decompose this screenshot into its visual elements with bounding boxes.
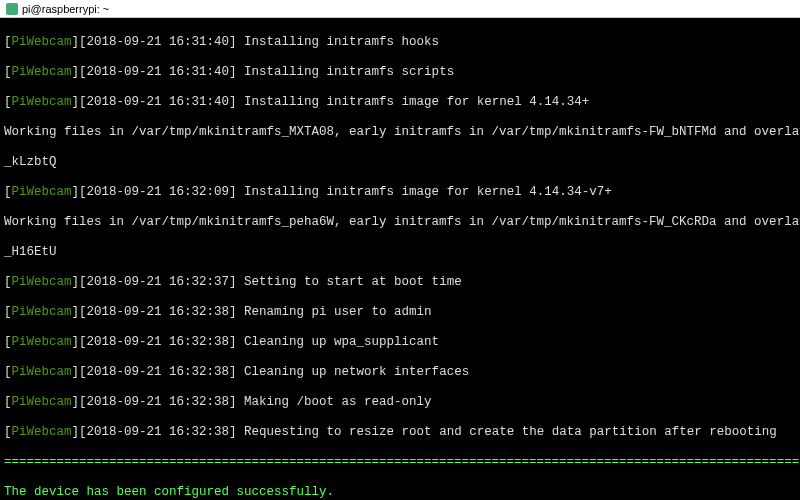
success-message: The device has been configured successfu…	[4, 485, 796, 500]
log-line: [PiWebcam][2018-09-21 16:32:38] Cleaning…	[4, 335, 796, 350]
log-line: _kLzbtQ	[4, 155, 796, 170]
terminal-output[interactable]: [PiWebcam][2018-09-21 16:31:40] Installi…	[0, 18, 800, 500]
log-line: [PiWebcam][2018-09-21 16:32:38] Making /…	[4, 395, 796, 410]
log-line: [PiWebcam][2018-09-21 16:32:37] Setting …	[4, 275, 796, 290]
log-line: Working files in /var/tmp/mkinitramfs_MX…	[4, 125, 796, 140]
window-title: pi@raspberrypi: ~	[22, 3, 109, 15]
log-line: [PiWebcam][2018-09-21 16:31:40] Installi…	[4, 95, 796, 110]
log-line: [PiWebcam][2018-09-21 16:32:38] Renaming…	[4, 305, 796, 320]
divider: ========================================…	[4, 455, 796, 470]
log-line: Working files in /var/tmp/mkinitramfs_pe…	[4, 215, 796, 230]
window-title-bar: pi@raspberrypi: ~	[0, 0, 800, 18]
log-line: [PiWebcam][2018-09-21 16:32:38] Requesti…	[4, 425, 796, 440]
log-line: [PiWebcam][2018-09-21 16:32:09] Installi…	[4, 185, 796, 200]
putty-icon	[6, 3, 18, 15]
log-line: [PiWebcam][2018-09-21 16:31:40] Installi…	[4, 65, 796, 80]
log-line: [PiWebcam][2018-09-21 16:32:38] Cleaning…	[4, 365, 796, 380]
log-line: _H16EtU	[4, 245, 796, 260]
log-line: [PiWebcam][2018-09-21 16:31:40] Installi…	[4, 35, 796, 50]
